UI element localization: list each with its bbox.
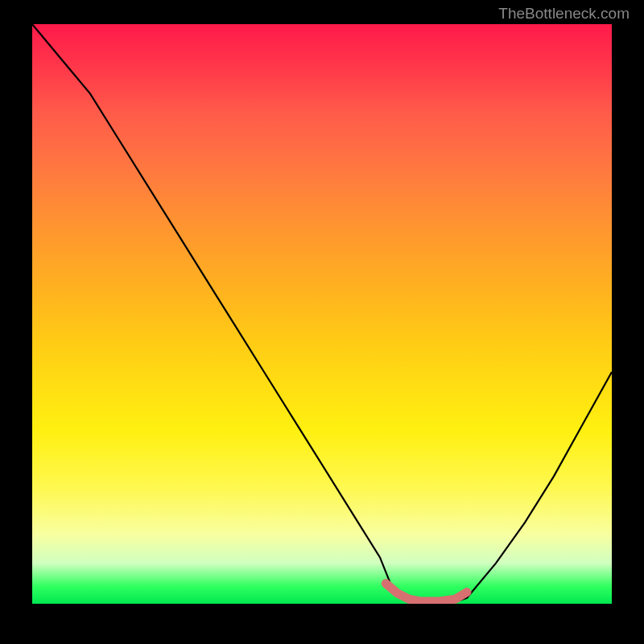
chart-plot-area [32, 24, 612, 604]
watermark-text: TheBottleneck.com [498, 5, 630, 23]
bottleneck-curve [32, 24, 612, 604]
highlight-segment [386, 584, 467, 601]
chart-svg [32, 24, 612, 604]
